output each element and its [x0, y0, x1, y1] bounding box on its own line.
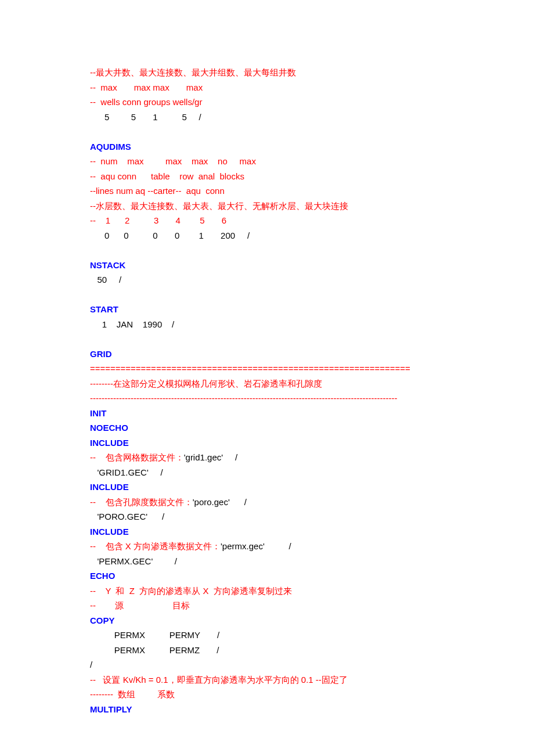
blank-line — [90, 287, 444, 303]
separator-line: ========================================… — [90, 361, 444, 376]
data-line: 'PERMX.GEC' / — [90, 554, 444, 569]
comment-mixed-line: -- 包含孔隙度数据文件：'poro.gec' / — [90, 495, 444, 510]
filename-ref: 'permx.gec' / — [221, 541, 291, 551]
filename-ref: 'grid1.gec' / — [184, 452, 237, 462]
filename-ref: 'poro.gec' / — [193, 497, 247, 507]
comment-mixed-line: -- 包含 X 方向渗透率数据文件：'permx.gec' / — [90, 539, 444, 554]
comment-line: -- 源 目标 — [90, 598, 444, 613]
keyword-include: INCLUDE — [90, 524, 444, 539]
data-line: 1 JAN 1990 / — [90, 317, 444, 332]
blank-line — [90, 243, 444, 258]
keyword-include: INCLUDE — [90, 435, 444, 451]
keyword-nstack: NSTACK — [90, 258, 444, 273]
data-line: PERMX PERMY / — [90, 628, 444, 643]
comment-line: -- 1 2 3 4 5 6 — [90, 213, 444, 228]
keyword-echo: ECHO — [90, 568, 444, 584]
comment-prefix: -- 包含网格数据文件： — [90, 452, 184, 462]
data-line: 'GRID1.GEC' / — [90, 465, 444, 480]
keyword-start: START — [90, 302, 444, 317]
keyword-grid: GRID — [90, 347, 444, 362]
comment-line: -- max max max max — [90, 80, 444, 95]
blank-line — [90, 124, 444, 139]
keyword-noecho: NOECHO — [90, 420, 444, 435]
comment-line: -- 设置 Kv/Kh = 0.1，即垂直方向渗透率为水平方向的 0.1 --固… — [90, 672, 444, 687]
keyword-init: INIT — [90, 406, 444, 421]
comment-line: --lines num aq --carter-- aqu conn — [90, 183, 444, 199]
comment-line: --最大井数、最大连接数、最大井组数、最大每组井数 — [90, 65, 444, 80]
data-line: PERMX PERMZ / — [90, 643, 444, 658]
separator-line: ----------------------------------------… — [90, 391, 444, 406]
keyword-copy: COPY — [90, 613, 444, 628]
comment-line: -- wells conn groups wells/gr — [90, 95, 444, 110]
comment-line: -------- 数组 系数 — [90, 687, 444, 702]
comment-prefix: -- 包含孔隙度数据文件： — [90, 497, 193, 507]
data-line: 0 0 0 0 1 200 / — [90, 228, 444, 243]
blank-line — [90, 332, 444, 347]
data-line: 'PORO.GEC' / — [90, 509, 444, 524]
comment-line: -- aqu conn table row anal blocks — [90, 169, 444, 184]
keyword-include: INCLUDE — [90, 480, 444, 495]
comment-mixed-line: -- 包含网格数据文件：'grid1.gec' / — [90, 450, 444, 465]
data-line: 5 5 1 5 / — [90, 110, 444, 125]
data-line: 50 / — [90, 272, 444, 287]
comment-line: --------在这部分定义模拟网格几何形状、岩石渗透率和孔隙度 — [90, 376, 444, 391]
comment-line: -- num max max max no max — [90, 154, 444, 169]
keyword-multiply: MULTIPLY — [90, 702, 444, 717]
comment-line: -- Y 和 Z 方向的渗透率从 X 方向渗透率复制过来 — [90, 584, 444, 599]
data-line: / — [90, 657, 444, 672]
comment-prefix: -- 包含 X 方向渗透率数据文件： — [90, 541, 221, 551]
keyword-aqudims: AQUDIMS — [90, 139, 444, 154]
document-page: --最大井数、最大连接数、最大井组数、最大每组井数 -- max max max… — [0, 0, 534, 751]
comment-line: --水层数、最大连接数、最大表、最大行、无解析水层、最大块连接 — [90, 199, 444, 214]
